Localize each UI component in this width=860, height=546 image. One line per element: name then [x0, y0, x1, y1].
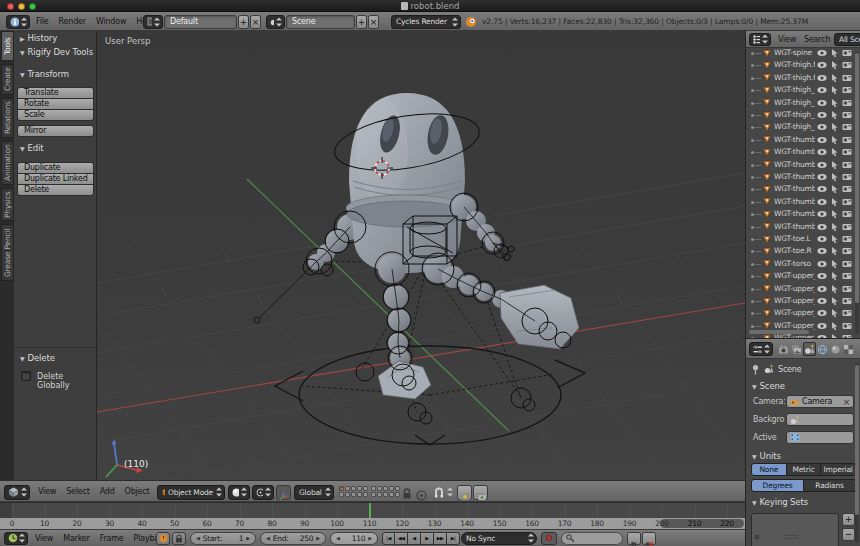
visibility-eye-icon[interactable] — [817, 322, 827, 332]
layer-toggle[interactable] — [377, 486, 382, 491]
transform-orientation-select[interactable]: Global — [294, 485, 334, 500]
panel-header-keying-sets[interactable]: Keying Sets — [752, 497, 808, 507]
selectability-arrow-icon[interactable] — [831, 99, 839, 110]
visibility-eye-icon[interactable] — [817, 210, 827, 220]
play-reverse-button[interactable]: ◀ — [408, 532, 421, 545]
tab-render[interactable] — [777, 342, 790, 356]
outliner-item[interactable]: WGT-thigh_ho — [746, 121, 854, 133]
scene-browse-button[interactable] — [266, 15, 285, 29]
renderability-camera-icon[interactable] — [842, 99, 852, 109]
editor-type-button-outliner[interactable] — [749, 33, 771, 46]
visibility-eye-icon[interactable] — [817, 185, 827, 195]
selectability-arrow-icon[interactable] — [831, 86, 839, 97]
outliner-item[interactable]: WGT-thigh.fk.l — [746, 59, 854, 71]
outliner-item[interactable]: WGT-thumb.0 — [746, 134, 854, 146]
selectability-arrow-icon[interactable] — [831, 111, 839, 122]
layer-toggle[interactable] — [357, 486, 362, 491]
tree-dot-icon[interactable] — [751, 77, 754, 80]
tree-dot-icon[interactable] — [751, 226, 754, 229]
clear-camera-icon[interactable] — [843, 397, 850, 407]
tree-dot-icon[interactable] — [751, 300, 754, 303]
selectability-arrow-icon[interactable] — [831, 297, 839, 308]
remove-layout-button[interactable] — [250, 15, 261, 29]
panel-header-transform[interactable]: Transform — [20, 69, 69, 79]
tab-object[interactable] — [829, 342, 842, 356]
tree-dot-icon[interactable] — [751, 288, 754, 291]
layer-toggle[interactable] — [357, 492, 362, 497]
renderability-camera-icon[interactable] — [842, 260, 852, 270]
scene-name-field[interactable]: Scene — [286, 15, 355, 29]
selectability-arrow-icon[interactable] — [831, 260, 839, 271]
current-frame-field[interactable]: ◀110▶ — [330, 532, 378, 545]
outliner-item[interactable]: WGT-upper_ar — [746, 307, 854, 319]
next-keyframe-button[interactable]: ▶▶ — [434, 532, 447, 545]
layer-toggle[interactable] — [377, 492, 382, 497]
panel-header-units[interactable]: Units — [752, 451, 781, 461]
outliner-item[interactable]: WGT-thumb.0 — [746, 183, 854, 195]
outliner-vertical-scrollbar[interactable] — [855, 51, 859, 334]
tab-scene[interactable] — [803, 342, 816, 356]
panel-header-delete[interactable]: Delete — [20, 353, 55, 363]
delete-keyframe-button[interactable] — [642, 532, 656, 545]
object-name[interactable]: WGT-thumb.0 — [774, 147, 815, 156]
edit-delete-button[interactable]: Delete — [17, 184, 94, 196]
toolshelf-tab-tools[interactable]: Tools — [1, 31, 14, 61]
tree-dot-icon[interactable] — [751, 164, 754, 167]
outliner-item[interactable]: WGT-upper_ar — [746, 283, 854, 295]
tree-dot-icon[interactable] — [751, 325, 754, 328]
layer-toggle[interactable] — [351, 486, 356, 491]
visibility-eye-icon[interactable] — [817, 74, 827, 84]
panel-header-edit[interactable]: Edit — [20, 143, 44, 153]
rotation-unit-radians-button[interactable]: Radians — [804, 479, 856, 492]
object-name[interactable]: WGT-thigh_ho — [774, 85, 815, 94]
layer-toggle[interactable] — [389, 486, 394, 491]
panel-header-history[interactable]: History — [20, 33, 57, 43]
keying-list-grip[interactable] — [784, 535, 798, 539]
outliner-item[interactable]: WGT-thigh_ho — [746, 97, 854, 109]
selectability-arrow-icon[interactable] — [831, 272, 839, 283]
editor-type-button-timeline[interactable] — [4, 532, 28, 545]
tree-dot-icon[interactable] — [751, 89, 754, 92]
outliner-item[interactable]: WGT-thumb.0 — [746, 171, 854, 183]
object-name[interactable]: WGT-thigh.fk.l — [774, 73, 815, 82]
add-layout-button[interactable] — [238, 15, 249, 29]
layer-toggle[interactable] — [395, 486, 400, 491]
object-name[interactable]: WGT-thigh.fk.l — [774, 60, 815, 69]
tree-dot-icon[interactable] — [751, 102, 754, 105]
menu-timeline-marker[interactable]: Marker — [58, 534, 94, 543]
manipulator-toggle-button[interactable] — [276, 485, 291, 500]
selectability-arrow-icon[interactable] — [831, 49, 839, 60]
selectability-arrow-icon[interactable] — [831, 185, 839, 196]
visibility-eye-icon[interactable] — [817, 272, 827, 282]
outliner-menu-view[interactable]: View — [773, 35, 801, 44]
end-frame-field[interactable]: ◀End:250▶ — [260, 532, 326, 545]
renderability-camera-icon[interactable] — [842, 173, 852, 183]
outliner-item[interactable]: WGT-torso — [746, 258, 854, 270]
outliner-item[interactable]: WGT-upper_ar — [746, 270, 854, 282]
visibility-eye-icon[interactable] — [817, 297, 827, 307]
unit-system-metric-button[interactable]: Metric — [787, 463, 822, 476]
renderability-camera-icon[interactable] — [842, 49, 852, 59]
snap-select[interactable] — [431, 485, 455, 500]
tree-dot-icon[interactable] — [751, 263, 754, 266]
renderability-camera-icon[interactable] — [842, 235, 852, 245]
object-name[interactable]: WGT-thigh_ho — [774, 98, 815, 107]
visibility-eye-icon[interactable] — [817, 148, 827, 158]
layer-toggle[interactable] — [339, 486, 344, 491]
toolshelf-tab-relations[interactable]: Relations — [1, 98, 14, 138]
layer-toggle[interactable] — [339, 492, 344, 497]
rotation-unit-degrees-button[interactable]: Degrees — [751, 479, 804, 492]
tree-dot-icon[interactable] — [751, 52, 754, 55]
tree-dot-icon[interactable] — [751, 139, 754, 142]
lock-time-toggle[interactable] — [172, 532, 186, 545]
toolshelf-tab-create[interactable]: Create — [1, 64, 14, 95]
layer-toggle[interactable] — [371, 492, 376, 497]
renderability-camera-icon[interactable] — [842, 148, 852, 158]
selectability-arrow-icon[interactable] — [831, 322, 839, 333]
layer-toggle[interactable] — [363, 492, 368, 497]
toolshelf-tab-grease-pencil[interactable]: Grease Pencil — [1, 224, 14, 281]
tree-dot-icon[interactable] — [751, 213, 754, 216]
outliner-item[interactable]: WGT-toe.L — [746, 233, 854, 245]
viewport-canvas[interactable] — [97, 31, 745, 480]
renderability-camera-icon[interactable] — [842, 297, 852, 307]
